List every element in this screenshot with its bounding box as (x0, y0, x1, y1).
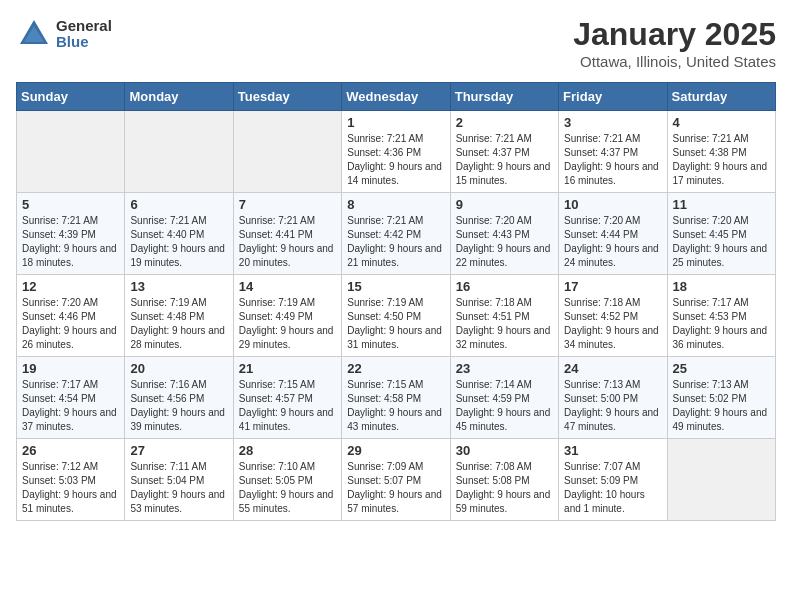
cell-content: Sunrise: 7:20 AMSunset: 4:46 PMDaylight:… (22, 296, 119, 352)
day-number: 29 (347, 443, 444, 458)
day-number: 25 (673, 361, 770, 376)
cell-content: Sunrise: 7:21 AMSunset: 4:41 PMDaylight:… (239, 214, 336, 270)
calendar-cell: 26Sunrise: 7:12 AMSunset: 5:03 PMDayligh… (17, 439, 125, 521)
cell-content: Sunrise: 7:21 AMSunset: 4:38 PMDaylight:… (673, 132, 770, 188)
cell-content: Sunrise: 7:20 AMSunset: 4:44 PMDaylight:… (564, 214, 661, 270)
logo: General Blue (16, 16, 112, 52)
day-number: 27 (130, 443, 227, 458)
cell-content: Sunrise: 7:09 AMSunset: 5:07 PMDaylight:… (347, 460, 444, 516)
header-saturday: Saturday (667, 83, 775, 111)
cell-content: Sunrise: 7:16 AMSunset: 4:56 PMDaylight:… (130, 378, 227, 434)
calendar-cell (667, 439, 775, 521)
calendar-cell (125, 111, 233, 193)
calendar-header-row: SundayMondayTuesdayWednesdayThursdayFrid… (17, 83, 776, 111)
calendar-week-row: 26Sunrise: 7:12 AMSunset: 5:03 PMDayligh… (17, 439, 776, 521)
month-title: January 2025 (573, 16, 776, 53)
calendar-cell: 27Sunrise: 7:11 AMSunset: 5:04 PMDayligh… (125, 439, 233, 521)
cell-content: Sunrise: 7:19 AMSunset: 4:50 PMDaylight:… (347, 296, 444, 352)
calendar-cell: 10Sunrise: 7:20 AMSunset: 4:44 PMDayligh… (559, 193, 667, 275)
header-wednesday: Wednesday (342, 83, 450, 111)
calendar-cell: 22Sunrise: 7:15 AMSunset: 4:58 PMDayligh… (342, 357, 450, 439)
calendar-cell (233, 111, 341, 193)
cell-content: Sunrise: 7:20 AMSunset: 4:43 PMDaylight:… (456, 214, 553, 270)
day-number: 24 (564, 361, 661, 376)
day-number: 10 (564, 197, 661, 212)
calendar-table: SundayMondayTuesdayWednesdayThursdayFrid… (16, 82, 776, 521)
calendar-cell: 31Sunrise: 7:07 AMSunset: 5:09 PMDayligh… (559, 439, 667, 521)
day-number: 5 (22, 197, 119, 212)
cell-content: Sunrise: 7:15 AMSunset: 4:57 PMDaylight:… (239, 378, 336, 434)
calendar-week-row: 19Sunrise: 7:17 AMSunset: 4:54 PMDayligh… (17, 357, 776, 439)
day-number: 26 (22, 443, 119, 458)
cell-content: Sunrise: 7:21 AMSunset: 4:37 PMDaylight:… (564, 132, 661, 188)
day-number: 8 (347, 197, 444, 212)
day-number: 11 (673, 197, 770, 212)
calendar-cell: 25Sunrise: 7:13 AMSunset: 5:02 PMDayligh… (667, 357, 775, 439)
day-number: 1 (347, 115, 444, 130)
day-number: 22 (347, 361, 444, 376)
cell-content: Sunrise: 7:21 AMSunset: 4:39 PMDaylight:… (22, 214, 119, 270)
cell-content: Sunrise: 7:12 AMSunset: 5:03 PMDaylight:… (22, 460, 119, 516)
cell-content: Sunrise: 7:18 AMSunset: 4:52 PMDaylight:… (564, 296, 661, 352)
day-number: 21 (239, 361, 336, 376)
day-number: 28 (239, 443, 336, 458)
header-sunday: Sunday (17, 83, 125, 111)
calendar-cell: 8Sunrise: 7:21 AMSunset: 4:42 PMDaylight… (342, 193, 450, 275)
day-number: 15 (347, 279, 444, 294)
day-number: 6 (130, 197, 227, 212)
cell-content: Sunrise: 7:20 AMSunset: 4:45 PMDaylight:… (673, 214, 770, 270)
logo-blue-text: Blue (56, 34, 112, 51)
calendar-cell: 13Sunrise: 7:19 AMSunset: 4:48 PMDayligh… (125, 275, 233, 357)
day-number: 23 (456, 361, 553, 376)
cell-content: Sunrise: 7:08 AMSunset: 5:08 PMDaylight:… (456, 460, 553, 516)
calendar-cell: 12Sunrise: 7:20 AMSunset: 4:46 PMDayligh… (17, 275, 125, 357)
calendar-cell: 1Sunrise: 7:21 AMSunset: 4:36 PMDaylight… (342, 111, 450, 193)
day-number: 4 (673, 115, 770, 130)
cell-content: Sunrise: 7:19 AMSunset: 4:49 PMDaylight:… (239, 296, 336, 352)
cell-content: Sunrise: 7:21 AMSunset: 4:36 PMDaylight:… (347, 132, 444, 188)
cell-content: Sunrise: 7:07 AMSunset: 5:09 PMDaylight:… (564, 460, 661, 516)
day-number: 13 (130, 279, 227, 294)
calendar-cell: 15Sunrise: 7:19 AMSunset: 4:50 PMDayligh… (342, 275, 450, 357)
cell-content: Sunrise: 7:10 AMSunset: 5:05 PMDaylight:… (239, 460, 336, 516)
cell-content: Sunrise: 7:19 AMSunset: 4:48 PMDaylight:… (130, 296, 227, 352)
day-number: 2 (456, 115, 553, 130)
calendar-cell: 11Sunrise: 7:20 AMSunset: 4:45 PMDayligh… (667, 193, 775, 275)
cell-content: Sunrise: 7:15 AMSunset: 4:58 PMDaylight:… (347, 378, 444, 434)
header-friday: Friday (559, 83, 667, 111)
calendar-cell: 4Sunrise: 7:21 AMSunset: 4:38 PMDaylight… (667, 111, 775, 193)
day-number: 3 (564, 115, 661, 130)
calendar-cell: 17Sunrise: 7:18 AMSunset: 4:52 PMDayligh… (559, 275, 667, 357)
header-monday: Monday (125, 83, 233, 111)
logo-icon (16, 16, 52, 52)
cell-content: Sunrise: 7:13 AMSunset: 5:02 PMDaylight:… (673, 378, 770, 434)
header-thursday: Thursday (450, 83, 558, 111)
title-area: January 2025 Ottawa, Illinois, United St… (573, 16, 776, 70)
day-number: 7 (239, 197, 336, 212)
cell-content: Sunrise: 7:18 AMSunset: 4:51 PMDaylight:… (456, 296, 553, 352)
calendar-week-row: 1Sunrise: 7:21 AMSunset: 4:36 PMDaylight… (17, 111, 776, 193)
cell-content: Sunrise: 7:17 AMSunset: 4:54 PMDaylight:… (22, 378, 119, 434)
day-number: 14 (239, 279, 336, 294)
calendar-cell: 19Sunrise: 7:17 AMSunset: 4:54 PMDayligh… (17, 357, 125, 439)
page-header: General Blue January 2025 Ottawa, Illino… (16, 16, 776, 70)
day-number: 19 (22, 361, 119, 376)
calendar-cell: 7Sunrise: 7:21 AMSunset: 4:41 PMDaylight… (233, 193, 341, 275)
day-number: 31 (564, 443, 661, 458)
calendar-cell: 14Sunrise: 7:19 AMSunset: 4:49 PMDayligh… (233, 275, 341, 357)
calendar-cell: 3Sunrise: 7:21 AMSunset: 4:37 PMDaylight… (559, 111, 667, 193)
day-number: 20 (130, 361, 227, 376)
day-number: 30 (456, 443, 553, 458)
cell-content: Sunrise: 7:17 AMSunset: 4:53 PMDaylight:… (673, 296, 770, 352)
day-number: 17 (564, 279, 661, 294)
calendar-cell: 30Sunrise: 7:08 AMSunset: 5:08 PMDayligh… (450, 439, 558, 521)
calendar-cell: 16Sunrise: 7:18 AMSunset: 4:51 PMDayligh… (450, 275, 558, 357)
calendar-cell: 18Sunrise: 7:17 AMSunset: 4:53 PMDayligh… (667, 275, 775, 357)
calendar-cell (17, 111, 125, 193)
calendar-cell: 24Sunrise: 7:13 AMSunset: 5:00 PMDayligh… (559, 357, 667, 439)
calendar-cell: 29Sunrise: 7:09 AMSunset: 5:07 PMDayligh… (342, 439, 450, 521)
day-number: 9 (456, 197, 553, 212)
day-number: 18 (673, 279, 770, 294)
cell-content: Sunrise: 7:21 AMSunset: 4:42 PMDaylight:… (347, 214, 444, 270)
calendar-cell: 20Sunrise: 7:16 AMSunset: 4:56 PMDayligh… (125, 357, 233, 439)
